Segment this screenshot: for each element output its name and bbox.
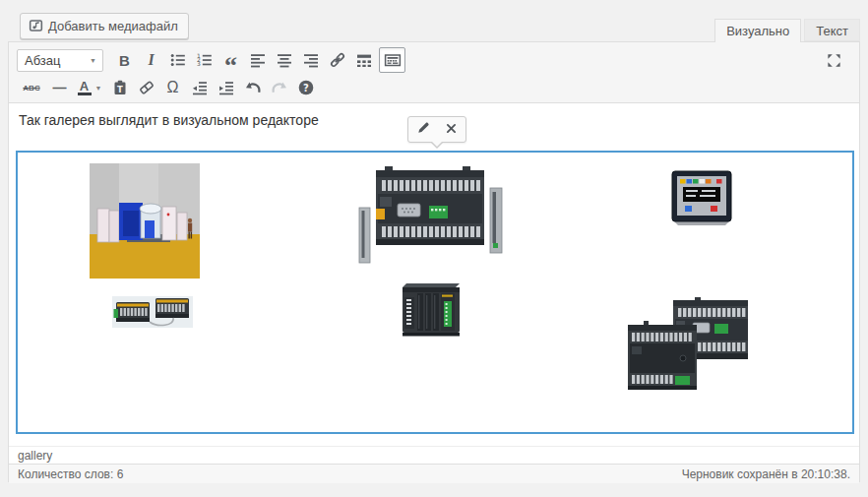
indent-icon	[217, 79, 235, 96]
media-icon	[29, 19, 43, 32]
gallery-image-plc-rails[interactable]	[358, 166, 503, 264]
undo-icon	[244, 79, 262, 96]
svg-text:3: 3	[197, 60, 201, 67]
toolbar-row-1: Абзац ▼ B I 1 2 3	[17, 46, 405, 74]
outdent-button[interactable]	[186, 75, 213, 100]
element-path-bar: gallery	[9, 446, 859, 464]
gallery-image-compact-plc[interactable]	[395, 281, 464, 341]
plc-pair-graphic	[626, 297, 749, 395]
align-center-icon	[276, 51, 293, 69]
blockquote-button[interactable]: “	[217, 47, 244, 73]
read-more-icon	[355, 51, 373, 69]
edit-gallery-button[interactable]	[412, 119, 434, 140]
close-icon	[445, 121, 458, 139]
chevron-down-icon: ▼	[90, 57, 96, 64]
element-path[interactable]: gallery	[18, 449, 52, 463]
text-color-button[interactable]: A ▼	[73, 75, 106, 100]
remove-gallery-button[interactable]	[440, 119, 462, 140]
paragraph-text: Так галерея выглядит в визуальном редакт…	[19, 112, 319, 128]
align-left-icon	[249, 51, 267, 69]
editor-toolbar: Абзац ▼ B I 1 2 3	[9, 42, 859, 103]
redo-icon	[271, 79, 288, 96]
help-icon: ?	[297, 79, 315, 96]
svg-text:T: T	[117, 85, 123, 94]
horizontal-rule-button[interactable]: —	[46, 75, 73, 100]
gallery-block-selected[interactable]	[16, 151, 854, 434]
strikethrough-icon: ABC	[23, 84, 39, 93]
gallery-image-hmi-panel[interactable]	[670, 168, 734, 227]
italic-icon: I	[148, 51, 154, 69]
editor-container: Абзац ▼ B I 1 2 3	[8, 41, 860, 482]
numbered-list-button[interactable]: 1 2 3	[191, 47, 217, 73]
chevron-down-icon: ▼	[95, 85, 102, 92]
plc-rails-graphic	[358, 166, 503, 264]
compact-plc-graphic	[395, 281, 464, 341]
add-media-button[interactable]: Добавить медиафайл	[20, 13, 189, 39]
read-more-button[interactable]	[350, 47, 377, 73]
wordpress-editor-page: Добавить медиафайл Визуально Текст Абзац…	[0, 0, 868, 497]
gallery-image-factory[interactable]	[90, 163, 200, 279]
format-select-value: Абзац	[25, 53, 60, 68]
help-button[interactable]: ?	[292, 75, 319, 100]
align-right-button[interactable]	[297, 47, 324, 73]
tab-visual[interactable]: Визуально	[714, 19, 801, 42]
add-media-label: Добавить медиафайл	[48, 19, 178, 33]
format-select[interactable]: Абзац ▼	[17, 49, 103, 72]
horizontal-rule-icon: —	[53, 80, 67, 95]
word-count: Количество слов: 6	[18, 467, 123, 481]
paste-as-text-button[interactable]: T	[106, 75, 133, 100]
distraction-free-button[interactable]	[821, 47, 847, 73]
clear-formatting-button[interactable]	[133, 75, 159, 100]
hmi-panel-graphic	[670, 168, 734, 227]
indent-button[interactable]	[213, 75, 239, 100]
draft-saved-status: Черновик сохранён в 20:10:38.	[682, 467, 850, 481]
text-color-icon: A	[78, 81, 92, 95]
special-character-button[interactable]: Ω	[159, 75, 186, 100]
fullscreen-icon	[826, 52, 842, 69]
link-icon	[329, 51, 346, 69]
factory-render-graphic	[90, 163, 200, 279]
omega-icon: Ω	[167, 79, 179, 96]
editor-mode-tabs: Визуально Текст	[714, 19, 860, 42]
redo-button[interactable]	[266, 75, 292, 100]
gallery-view-toolbar	[407, 116, 466, 143]
strikethrough-button[interactable]: ABC	[17, 75, 46, 100]
paste-as-text-icon: T	[111, 79, 129, 96]
toolbar-row-2: ABC — A ▼ T	[17, 75, 319, 100]
align-center-button[interactable]	[271, 47, 297, 73]
bullet-list-icon	[169, 51, 187, 69]
eraser-icon	[138, 79, 155, 96]
gallery-image-plc-pair[interactable]	[626, 297, 749, 395]
outdent-icon	[191, 79, 209, 96]
svg-text:?: ?	[303, 83, 309, 93]
blockquote-icon: “	[224, 50, 237, 70]
undo-button[interactable]	[239, 75, 266, 100]
link-button[interactable]	[324, 47, 350, 73]
gallery-image-mini-plcs[interactable]	[112, 296, 193, 328]
bold-icon: B	[119, 52, 130, 69]
align-right-icon	[302, 51, 320, 69]
numbered-list-icon: 1 2 3	[196, 51, 214, 69]
tab-text[interactable]: Текст	[804, 19, 860, 41]
italic-button[interactable]: I	[138, 47, 164, 73]
editor-content-area[interactable]: Так галерея выглядит в визуальном редакт…	[9, 103, 859, 446]
mini-plcs-graphic	[112, 296, 193, 328]
editor-status-bar: Количество слов: 6 Черновик сохранён в 2…	[9, 464, 859, 483]
keyboard-icon	[384, 51, 402, 69]
pencil-icon	[416, 120, 431, 139]
bold-button[interactable]: B	[111, 47, 138, 73]
toolbar-toggle-button[interactable]	[379, 47, 405, 73]
align-left-button[interactable]	[244, 47, 271, 73]
bullet-list-button[interactable]	[164, 47, 191, 73]
